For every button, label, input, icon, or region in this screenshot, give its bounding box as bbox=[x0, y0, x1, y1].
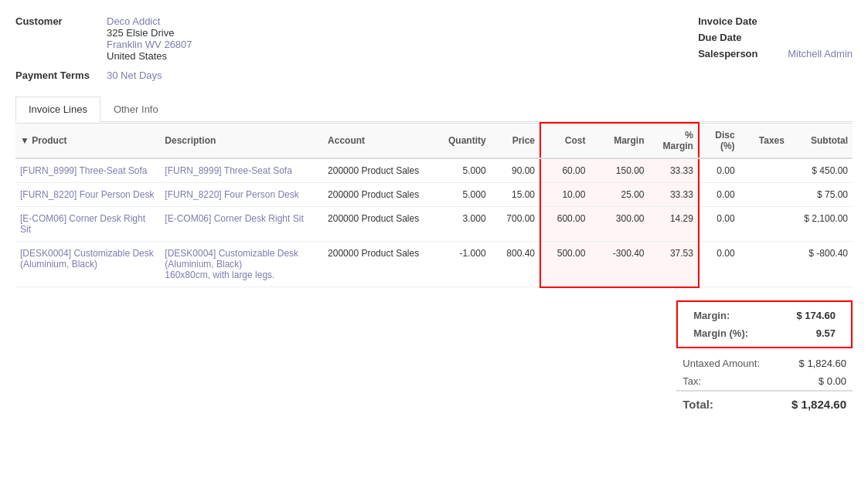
cell-account: 200000 Product Sales bbox=[323, 207, 431, 242]
cell-quantity: 5.000 bbox=[432, 158, 491, 183]
customer-address2[interactable]: Franklin WV 26807 bbox=[107, 39, 192, 50]
table-row: [E-COM06] Corner Desk Right Sit[E-COM06]… bbox=[15, 207, 853, 242]
cell-disc: 0.00 bbox=[699, 242, 740, 287]
cell-margin-pct: 14.29 bbox=[649, 207, 699, 242]
cell-disc: 0.00 bbox=[699, 158, 740, 183]
margin-pct-row: Margin (%): 9.57 bbox=[687, 324, 842, 342]
cell-disc: 0.00 bbox=[699, 207, 740, 242]
cell-margin-pct: 33.33 bbox=[649, 183, 699, 207]
cell-margin: 25.00 bbox=[590, 183, 648, 207]
total-row: Total: $ 1,824.60 bbox=[676, 390, 853, 414]
cell-cost: 10.00 bbox=[540, 183, 590, 207]
invoice-meta: Invoice Date Due Date Salesperson Mitche… bbox=[698, 15, 853, 84]
cell-cost: 60.00 bbox=[540, 158, 590, 183]
invoice-date-label: Invoice Date bbox=[698, 15, 775, 27]
col-header-account: Account bbox=[323, 123, 431, 158]
salesperson-label: Salesperson bbox=[698, 48, 775, 59]
table-row: [FURN_8999] Three-Seat Sofa[FURN_8999] T… bbox=[15, 158, 853, 183]
cell-description: [DESK0004] Customizable Desk (Aluminium,… bbox=[160, 242, 323, 287]
col-header-price: Price bbox=[491, 123, 540, 158]
cell-price: 700.00 bbox=[491, 207, 540, 242]
cell-description: [E-COM06] Corner Desk Right Sit bbox=[160, 207, 323, 242]
customer-name[interactable]: Deco Addict bbox=[107, 15, 192, 27]
payment-terms-label: Payment Terms bbox=[15, 70, 100, 81]
untaxed-label: Untaxed Amount: bbox=[682, 358, 760, 369]
col-header-margin: Margin bbox=[590, 123, 648, 158]
cell-quantity: 3.000 bbox=[432, 207, 491, 242]
cell-price: 90.00 bbox=[491, 158, 540, 183]
summary-section: Margin: $ 174.60 Margin (%): 9.57 Untaxe… bbox=[15, 300, 853, 414]
col-header-margin-pct: %Margin bbox=[649, 123, 699, 158]
col-header-subtotal: Subtotal bbox=[789, 123, 853, 158]
summary-block: Margin: $ 174.60 Margin (%): 9.57 Untaxe… bbox=[676, 300, 853, 414]
untaxed-row: Untaxed Amount: $ 1,824.60 bbox=[676, 354, 853, 372]
cell-margin-pct: 33.33 bbox=[649, 158, 699, 183]
cell-description: [FURN_8999] Three-Seat Sofa bbox=[160, 158, 323, 183]
total-value: $ 1,824.60 bbox=[785, 398, 846, 411]
cell-disc: 0.00 bbox=[699, 183, 740, 207]
cell-product: [E-COM06] Corner Desk Right Sit bbox=[15, 207, 160, 242]
cell-margin-pct: 37.53 bbox=[649, 242, 699, 287]
tabs-bar: Invoice Lines Other Info bbox=[15, 97, 853, 122]
cell-account: 200000 Product Sales bbox=[323, 158, 431, 183]
tax-row: Tax: $ 0.00 bbox=[676, 372, 853, 390]
customer-country: United States bbox=[107, 50, 192, 62]
tax-value: $ 0.00 bbox=[785, 375, 846, 387]
cell-description: [FURN_8220] Four Person Desk bbox=[160, 183, 323, 207]
cell-margin: -300.40 bbox=[590, 242, 648, 287]
payment-terms-value[interactable]: 30 Net Days bbox=[107, 70, 162, 81]
cell-cost: 500.00 bbox=[540, 242, 590, 287]
margin-pct-label: Margin (%): bbox=[693, 327, 748, 339]
untaxed-value: $ 1,824.60 bbox=[785, 358, 846, 369]
cell-quantity: 5.000 bbox=[432, 183, 491, 207]
total-label: Total: bbox=[682, 398, 713, 411]
table-row: [DESK0004] Customizable Desk (Aluminium,… bbox=[15, 242, 853, 287]
invoice-lines-table-wrapper: ▼ Product Description Account Quantity P… bbox=[15, 122, 853, 288]
cell-subtotal: $ -800.40 bbox=[789, 242, 853, 287]
cell-account: 200000 Product Sales bbox=[323, 183, 431, 207]
cell-subtotal: $ 75.00 bbox=[789, 183, 853, 207]
cell-taxes bbox=[740, 207, 789, 242]
cell-price: 800.40 bbox=[491, 242, 540, 287]
table-row: [FURN_8220] Four Person Desk[FURN_8220] … bbox=[15, 183, 853, 207]
header-section: Customer Deco Addict 325 Elsie Drive Fra… bbox=[15, 15, 853, 84]
cell-margin: 300.00 bbox=[590, 207, 648, 242]
customer-block: Customer Deco Addict 325 Elsie Drive Fra… bbox=[15, 15, 192, 84]
customer-address1: 325 Elsie Drive bbox=[107, 27, 192, 39]
tab-invoice-lines[interactable]: Invoice Lines bbox=[15, 97, 100, 122]
tax-label: Tax: bbox=[682, 375, 701, 387]
tab-other-info[interactable]: Other Info bbox=[100, 97, 172, 121]
customer-label: Customer bbox=[15, 15, 100, 27]
due-date-label: Due Date bbox=[698, 32, 775, 43]
cell-quantity: -1.000 bbox=[432, 242, 491, 287]
cell-taxes bbox=[740, 183, 789, 207]
col-header-cost: Cost bbox=[540, 123, 590, 158]
cell-product: [DESK0004] Customizable Desk (Aluminium,… bbox=[15, 242, 160, 287]
margin-row: Margin: $ 174.60 bbox=[687, 307, 842, 324]
cell-taxes bbox=[740, 242, 789, 287]
cell-product: [FURN_8220] Four Person Desk bbox=[15, 183, 160, 207]
col-header-description: Description bbox=[160, 123, 323, 158]
invoice-table: ▼ Product Description Account Quantity P… bbox=[15, 122, 853, 288]
margin-value: $ 174.60 bbox=[774, 310, 836, 321]
cell-margin: 150.00 bbox=[590, 158, 648, 183]
col-header-quantity: Quantity bbox=[432, 123, 491, 158]
margin-label: Margin: bbox=[693, 310, 730, 321]
margin-summary-box: Margin: $ 174.60 Margin (%): 9.57 bbox=[676, 300, 853, 348]
cell-cost: 600.00 bbox=[540, 207, 590, 242]
margin-pct-value: 9.57 bbox=[774, 327, 836, 339]
cell-subtotal: $ 450.00 bbox=[789, 158, 853, 183]
cell-subtotal: $ 2,100.00 bbox=[789, 207, 853, 242]
cell-product: [FURN_8999] Three-Seat Sofa bbox=[15, 158, 160, 183]
col-header-disc: Disc(%) bbox=[699, 123, 740, 158]
cell-account: 200000 Product Sales bbox=[323, 242, 431, 287]
salesperson-value[interactable]: Mitchell Admin bbox=[788, 48, 853, 59]
cell-taxes bbox=[740, 158, 789, 183]
col-header-product: ▼ Product bbox=[15, 123, 160, 158]
col-header-taxes: Taxes bbox=[740, 123, 789, 158]
cell-price: 15.00 bbox=[491, 183, 540, 207]
